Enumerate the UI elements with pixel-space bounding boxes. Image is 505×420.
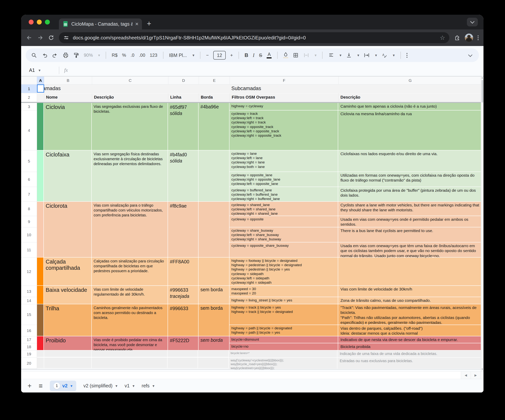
osm-filter-cell[interactable]: cycleway = share_busway cycleway:left = … <box>229 227 338 242</box>
osm-filter-cell[interactable]: highway = path || bicycle = designated h… <box>229 325 338 336</box>
maximize-window-button[interactable] <box>45 20 50 25</box>
empty-cell[interactable] <box>198 358 229 369</box>
border-color-cell[interactable]: sem borda <box>199 304 229 336</box>
sheet-tab-label[interactable]: v1 <box>125 383 129 389</box>
osm-filter-cell[interactable]: bicycle=dismount <box>229 336 338 343</box>
layer-name[interactable]: Baixa velocidade <box>44 286 92 304</box>
osm-filter-cell[interactable]: highway = cycleway <box>229 103 338 110</box>
column-header-E[interactable]: E <box>199 77 230 84</box>
column-stripe[interactable] <box>37 336 44 350</box>
osm-filter-cell[interactable]: highway = track || bicycle = yes highway… <box>229 304 338 325</box>
header-cell[interactable] <box>37 93 44 102</box>
column-stripe[interactable] <box>37 150 44 201</box>
column-header-G[interactable]: G <box>339 77 481 84</box>
column-header-D[interactable]: D <box>168 77 199 84</box>
vertical-scrollbar[interactable]: ▲ ▼ <box>481 77 484 371</box>
scroll-right-icon[interactable]: ▶ <box>471 371 480 379</box>
osm-filter-cell[interactable]: bicycle=no <box>229 343 338 350</box>
browser-tab[interactable]: CicloMapa - Camadas, tags & × <box>59 19 142 29</box>
sublayer-description-cell[interactable]: Ciclofaixa protegida por uma área de "bu… <box>338 187 481 202</box>
sublayer-description-cell[interactable]: Indicação de uma faixa de uma vida dedic… <box>337 350 481 358</box>
horizontal-scrollbar[interactable]: ◀ ▶ <box>21 371 484 379</box>
column-header-B[interactable]: B <box>44 77 92 84</box>
reload-icon[interactable] <box>48 35 54 41</box>
osm-filter-cell[interactable]: cycleway = opposite_share_busway <box>229 242 338 258</box>
paint-format-icon[interactable] <box>73 52 79 58</box>
sublayer-description-cell[interactable]: Utilizadas em formas com oneway=yes, com… <box>338 172 481 187</box>
sublayer-description-cell[interactable] <box>338 258 481 286</box>
empty-cell[interactable] <box>92 358 168 369</box>
osm-filter-cell[interactable]: way['cycleway'=cyclestreet]({{bbox}}); w… <box>229 358 337 369</box>
vscroll-thumb[interactable] <box>482 80 483 103</box>
column-header-C[interactable]: C <box>92 77 168 84</box>
header-cell[interactable]: Descrição <box>92 93 168 102</box>
osm-filter-cell[interactable]: maxspeed = 30 maxspeed = 20 <box>229 286 338 297</box>
osm-filter-cell[interactable]: highway = footway || bicycle = designate… <box>229 258 338 286</box>
extensions-icon[interactable] <box>454 35 460 41</box>
layer-name[interactable]: Proibido <box>44 336 92 350</box>
sheet-tab-caret-icon[interactable]: ▾ <box>70 384 72 388</box>
line-color-cell[interactable]: #b4fad0sólida <box>168 150 199 201</box>
tab-search-button[interactable] <box>467 18 478 26</box>
toolbar-collapse-icon[interactable] <box>468 53 473 57</box>
sublayer-description-cell[interactable]: Usada em vias com oneway=yes que tèm uma… <box>338 242 481 258</box>
sublayer-description-cell[interactable]: Vias dentro de parques, calçadões. ("off… <box>338 325 481 336</box>
row-number[interactable]: 11 <box>21 242 37 258</box>
strikethrough-button[interactable]: S <box>259 53 262 58</box>
sublayer-description-cell[interactable]: Indicativo de que nesta via deve-se desc… <box>338 336 481 343</box>
sublayer-description-cell[interactable]: Bicicleta proibida <box>338 343 481 350</box>
row-number[interactable]: 19 <box>21 350 37 358</box>
increase-font-size-button[interactable]: + <box>230 53 233 58</box>
column-stripe[interactable] <box>37 304 44 336</box>
empty-cell[interactable] <box>37 350 44 357</box>
toolbar-more-icon[interactable] <box>406 53 407 58</box>
layer-description[interactable]: Vias onde é proibido pedalar em cima da … <box>92 336 168 350</box>
layer-name[interactable]: Trilha <box>44 304 92 336</box>
line-color-cell[interactable]: #F5222D <box>168 336 199 350</box>
row-number[interactable]: 5 <box>21 150 37 172</box>
osm-filter-cell[interactable]: cycleway = track cycleway:left = track c… <box>229 111 338 150</box>
text-color-button[interactable]: A <box>267 52 271 58</box>
font-size-input[interactable]: 12 <box>213 51 226 60</box>
row-number[interactable]: 18 <box>21 343 37 350</box>
row-number[interactable]: 14 <box>21 297 37 304</box>
text-wrap-button[interactable] <box>364 52 370 58</box>
empty-cell[interactable] <box>37 358 44 369</box>
rotation-caret-icon[interactable]: ▾ <box>393 53 395 57</box>
row-number[interactable]: 9 <box>21 216 37 227</box>
layer-description[interactable]: Vias segregadas exclusivas para fluxo de… <box>92 103 168 150</box>
line-color-cell[interactable]: #996633 <box>168 304 199 336</box>
font-caret-icon[interactable]: ▾ <box>192 53 194 57</box>
row-number[interactable]: 2 <box>21 93 37 102</box>
browser-menu-icon[interactable] <box>478 35 479 40</box>
fill-color-button[interactable] <box>283 52 288 58</box>
sublayer-description-cell[interactable]: There is a bus lane that cyclists are pe… <box>338 227 481 242</box>
header-cell[interactable]: Linha <box>168 93 199 102</box>
sublayer-description-cell[interactable]: Zona de trânsito calmo, ruas de uso comp… <box>338 297 481 304</box>
border-color-cell[interactable] <box>199 202 229 257</box>
sublayer-description-cell[interactable]: Ciclovia na mesma linha/caminho da rua <box>338 111 481 150</box>
sheet-tab-caret-icon[interactable]: ▾ <box>115 384 117 388</box>
osm-filter-cell[interactable]: bicycle:lanes=* <box>229 350 337 358</box>
new-tab-button[interactable]: + <box>147 19 151 28</box>
name-box-value[interactable]: A1 <box>29 68 35 73</box>
sheet-tab-label[interactable]: v2 (simplified) <box>83 383 113 389</box>
vertical-align-button[interactable] <box>346 52 352 58</box>
header-cell[interactable]: Filtros OSM Overpass <box>230 93 339 102</box>
osm-filter-cell[interactable]: cycleway = opposite_lane cycleway:right … <box>229 172 338 187</box>
all-sheets-button[interactable]: ≡ <box>39 383 43 389</box>
format-currency-button[interactable]: R$ <box>112 53 118 58</box>
column-stripe[interactable] <box>37 202 44 257</box>
profile-avatar[interactable] <box>465 34 473 42</box>
empty-cell[interactable] <box>44 358 92 369</box>
text-rotation-button[interactable]: A <box>381 52 387 58</box>
wrap-caret-icon[interactable]: ▾ <box>375 53 377 57</box>
line-color-cell[interactable]: #996633tracejada <box>168 286 199 304</box>
selected-cell-a1[interactable] <box>37 84 44 93</box>
layer-description[interactable]: Vias com sinalização para o tráfego comp… <box>92 202 168 257</box>
empty-cell[interactable] <box>198 350 229 357</box>
borders-button[interactable] <box>293 52 299 58</box>
sheet-tab-caret-icon[interactable]: ▾ <box>152 384 154 388</box>
sublayer-description-cell[interactable]: Estradas ou ruas exclusivas para bicicle… <box>337 358 481 369</box>
column-header-F[interactable]: F <box>230 77 339 84</box>
